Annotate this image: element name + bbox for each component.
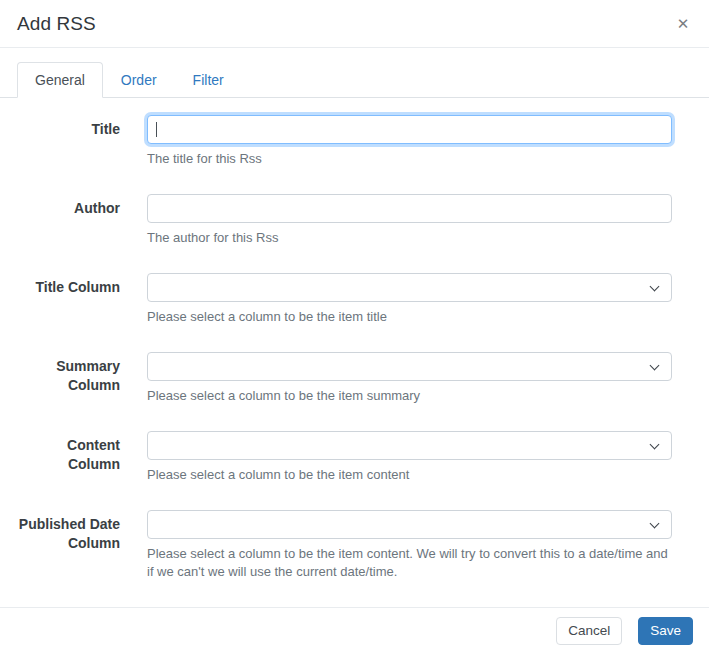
summary-column-label: Summary Column [16, 352, 120, 395]
summary-column-help-text: Please select a column to be the item su… [147, 387, 672, 405]
title-column-select[interactable] [147, 273, 672, 302]
chevron-down-icon [650, 519, 660, 529]
title-label: Title [16, 115, 120, 139]
content-column-label: Content Column [16, 431, 120, 474]
title-column-help-text: Please select a column to be the item ti… [147, 308, 672, 326]
form-row-summary-column: Summary Column Please select a column to… [0, 352, 709, 405]
author-input[interactable] [147, 194, 672, 223]
general-form: Title The title for this Rss Author The … [0, 115, 709, 581]
author-label: Author [16, 194, 120, 218]
published-date-column-help-text: Please select a column to be the item co… [147, 545, 672, 581]
tab-bar: General Order Filter [0, 62, 709, 98]
chevron-down-icon [650, 361, 660, 371]
text-caret [156, 122, 157, 137]
title-column-label: Title Column [16, 273, 120, 297]
add-rss-modal: Add RSS ✕ General Order Filter Title The… [0, 0, 709, 653]
tab-general[interactable]: General [17, 62, 103, 98]
modal-footer: Cancel Save [0, 607, 709, 653]
form-row-title-column: Title Column Please select a column to b… [0, 273, 709, 326]
save-button[interactable]: Save [638, 617, 693, 645]
form-row-content-column: Content Column Please select a column to… [0, 431, 709, 484]
tab-order[interactable]: Order [103, 62, 175, 98]
content-column-select[interactable] [147, 431, 672, 460]
summary-column-select[interactable] [147, 352, 672, 381]
title-input[interactable] [147, 115, 672, 144]
published-date-column-select[interactable] [147, 510, 672, 539]
tab-filter[interactable]: Filter [175, 62, 242, 98]
chevron-down-icon [650, 440, 660, 450]
form-row-title: Title The title for this Rss [0, 115, 709, 168]
published-date-column-label: Published Date Column [16, 510, 120, 553]
content-column-help-text: Please select a column to be the item co… [147, 466, 672, 484]
modal-body: General Order Filter Title The title for… [0, 48, 709, 607]
close-icon[interactable]: ✕ [671, 12, 695, 36]
form-row-author: Author The author for this Rss [0, 194, 709, 247]
author-help-text: The author for this Rss [147, 229, 672, 247]
cancel-button[interactable]: Cancel [556, 617, 622, 645]
title-help-text: The title for this Rss [147, 150, 672, 168]
page-title: Add RSS [17, 13, 693, 35]
modal-header: Add RSS ✕ [0, 0, 709, 48]
chevron-down-icon [650, 282, 660, 292]
form-row-published-date-column: Published Date Column Please select a co… [0, 510, 709, 581]
